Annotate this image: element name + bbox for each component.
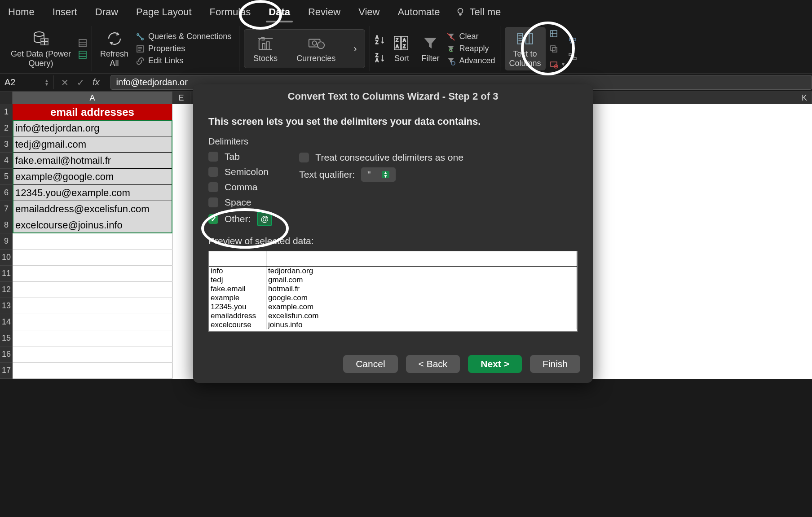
cell-a8[interactable]: excelcourse@joinus.info bbox=[13, 217, 172, 233]
lightbulb-icon bbox=[455, 7, 465, 17]
data-types-more[interactable]: › bbox=[351, 43, 359, 55]
row-header-2[interactable]: 2 bbox=[0, 120, 13, 136]
tab-home[interactable]: Home bbox=[5, 4, 37, 21]
treat-consecutive[interactable]: Treat consecutive delimiters as one bbox=[299, 152, 463, 163]
cell-a14[interactable] bbox=[13, 314, 172, 330]
edit-links[interactable]: Edit Links bbox=[136, 56, 234, 66]
cancel-formula-icon[interactable]: ✕ bbox=[61, 77, 69, 88]
row-header-13[interactable]: 13 bbox=[0, 298, 13, 314]
row-header-8[interactable]: 8 bbox=[0, 217, 13, 233]
tab-automate[interactable]: Automate bbox=[395, 4, 442, 21]
delimiter-comma[interactable]: Comma bbox=[208, 182, 272, 193]
cell-a4[interactable]: fake.email@hotmail.fr bbox=[13, 153, 172, 169]
row-header-12[interactable]: 12 bbox=[0, 282, 13, 298]
delimiter-other[interactable]: Other: bbox=[208, 212, 272, 226]
cancel-button[interactable]: Cancel bbox=[343, 355, 397, 373]
sort-button[interactable]: ZAAZ Sort bbox=[389, 32, 414, 65]
col-header-a[interactable]: A bbox=[13, 92, 172, 104]
col-header-b[interactable]: E bbox=[172, 92, 190, 104]
cell-a2[interactable]: info@tedjordan.org bbox=[13, 120, 172, 136]
tab-insert[interactable]: Insert bbox=[50, 4, 80, 21]
tab-page-layout[interactable]: Page Layout bbox=[133, 4, 194, 21]
row-header-4[interactable]: 4 bbox=[0, 153, 13, 169]
checkbox-space[interactable] bbox=[208, 197, 218, 207]
from-table-green[interactable] bbox=[78, 50, 87, 59]
properties-icon bbox=[136, 44, 145, 53]
checkbox-consecutive[interactable] bbox=[299, 153, 309, 162]
row-header-9[interactable]: 9 bbox=[0, 233, 13, 250]
get-data-button[interactable]: Get Data (Power Query) bbox=[7, 28, 75, 70]
cell-a9[interactable] bbox=[13, 233, 172, 250]
row-header-15[interactable]: 15 bbox=[0, 330, 13, 346]
row-header-5[interactable]: 5 bbox=[0, 169, 13, 185]
tell-me[interactable]: Tell me bbox=[455, 6, 501, 18]
delimiter-space[interactable]: Space bbox=[208, 197, 272, 208]
currencies-button[interactable]: Currencies bbox=[293, 32, 339, 65]
data-types-gallery[interactable]: Stocks Currencies › bbox=[244, 29, 365, 68]
row-header-16[interactable]: 16 bbox=[0, 346, 13, 363]
cell-a1[interactable]: email addresses bbox=[13, 104, 172, 120]
row-header-14[interactable]: 14 bbox=[0, 314, 13, 330]
filter-button[interactable]: Filter bbox=[418, 32, 443, 65]
checkbox-comma[interactable] bbox=[208, 182, 218, 192]
stocks-button[interactable]: Stocks bbox=[250, 32, 281, 65]
cell-a16[interactable] bbox=[13, 346, 172, 363]
delimiter-semicolon[interactable]: Semicolon bbox=[208, 166, 272, 177]
fx-icon[interactable]: fx bbox=[93, 77, 100, 88]
refresh-all-button[interactable]: Refresh All bbox=[97, 28, 132, 70]
row-header-3[interactable]: 3 bbox=[0, 136, 13, 153]
row-header-17[interactable]: 17 bbox=[0, 363, 13, 379]
tab-view[interactable]: View bbox=[356, 4, 382, 21]
cell-a7[interactable]: emailaddress@excelisfun.com bbox=[13, 201, 172, 217]
cell-a10[interactable] bbox=[13, 250, 172, 266]
name-box[interactable]: A2 ▲▼ bbox=[0, 75, 54, 89]
checkbox-tab[interactable] bbox=[208, 152, 218, 162]
cell-a3[interactable]: tedj@gmail.com bbox=[13, 136, 172, 153]
finish-button[interactable]: Finish bbox=[530, 355, 580, 373]
other-label: Other: bbox=[225, 214, 251, 224]
relationships[interactable] bbox=[568, 52, 577, 61]
cell-a12[interactable] bbox=[13, 282, 172, 298]
checkbox-semicolon[interactable] bbox=[208, 167, 218, 177]
cell-a6[interactable]: 12345.you@example.com bbox=[13, 185, 172, 201]
name-box-stepper[interactable]: ▲▼ bbox=[44, 79, 49, 86]
select-all-corner[interactable] bbox=[0, 92, 13, 104]
reapply-filter[interactable]: Reapply bbox=[446, 44, 495, 53]
remove-duplicates[interactable] bbox=[549, 44, 565, 53]
cell-a15[interactable] bbox=[13, 330, 172, 346]
flash-fill[interactable] bbox=[549, 29, 565, 38]
text-qualifier-select[interactable]: " ▲▼ bbox=[361, 167, 396, 182]
advanced-filter[interactable]: Advanced bbox=[446, 56, 495, 66]
next-button[interactable]: Next > bbox=[468, 355, 522, 373]
clear-filter[interactable]: Clear bbox=[446, 32, 495, 41]
consolidate[interactable] bbox=[568, 37, 577, 46]
row-header-1[interactable]: 1 bbox=[0, 104, 13, 120]
accept-formula-icon[interactable]: ✓ bbox=[77, 77, 84, 88]
cell-a11[interactable] bbox=[13, 266, 172, 282]
row-header-6[interactable]: 6 bbox=[0, 185, 13, 201]
sort-asc[interactable]: AZ bbox=[375, 35, 385, 45]
row-header-7[interactable]: 7 bbox=[0, 201, 13, 217]
from-table-icon[interactable] bbox=[78, 39, 87, 48]
checkbox-other[interactable] bbox=[208, 214, 218, 224]
tab-draw[interactable]: Draw bbox=[93, 4, 121, 21]
cell-a17[interactable] bbox=[13, 363, 172, 379]
clear-icon bbox=[446, 32, 455, 41]
queries-connections[interactable]: Queries & Connections bbox=[136, 32, 234, 41]
sort-label: Sort bbox=[394, 54, 409, 63]
other-delimiter-input[interactable] bbox=[257, 212, 272, 226]
row-header-11[interactable]: 11 bbox=[0, 266, 13, 282]
delimiter-tab[interactable]: Tab bbox=[208, 151, 272, 162]
back-button[interactable]: < Back bbox=[406, 355, 460, 373]
tab-formulas[interactable]: Formulas bbox=[207, 4, 254, 21]
clear-label: Clear bbox=[459, 32, 478, 41]
row-header-10[interactable]: 10 bbox=[0, 250, 13, 266]
cell-a5[interactable]: example@google.com bbox=[13, 169, 172, 185]
tab-review[interactable]: Review bbox=[305, 4, 343, 21]
data-validation[interactable]: ▾ bbox=[549, 60, 565, 69]
cell-a13[interactable] bbox=[13, 298, 172, 314]
properties[interactable]: Properties bbox=[136, 44, 234, 53]
tab-data[interactable]: Data bbox=[266, 4, 293, 21]
text-to-columns-button[interactable]: Text to Columns bbox=[505, 27, 546, 70]
sort-desc[interactable]: ZA bbox=[375, 53, 385, 63]
